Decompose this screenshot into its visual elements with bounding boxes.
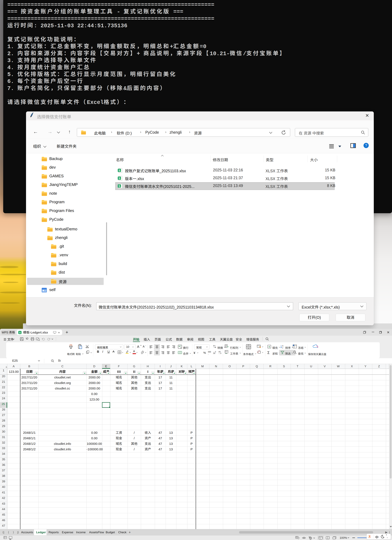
svg-text:S: S	[118, 185, 120, 187]
svg-text:Z: Z	[282, 347, 283, 349]
svg-text:S: S	[118, 169, 120, 172]
svg-text:A: A	[282, 345, 284, 347]
svg-text:S: S	[19, 331, 21, 334]
svg-text:S: S	[118, 177, 120, 180]
